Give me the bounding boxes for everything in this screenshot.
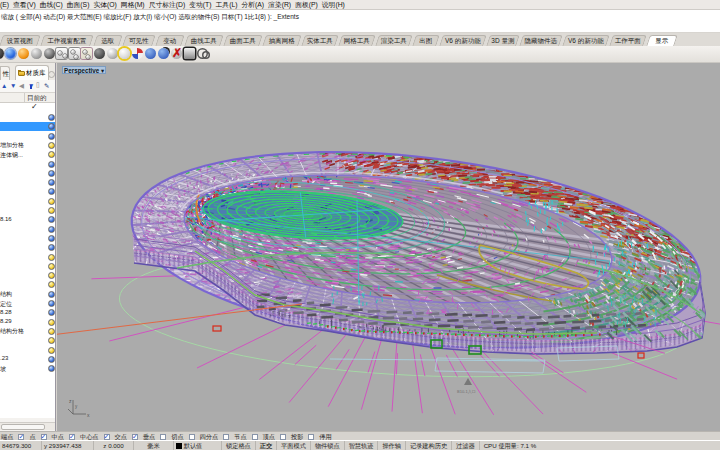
- svg-text:B10-1入口: B10-1入口: [457, 389, 476, 394]
- svg-text:z: z: [69, 398, 72, 404]
- svg-text:y: y: [75, 404, 78, 409]
- svg-text:x: x: [87, 412, 90, 418]
